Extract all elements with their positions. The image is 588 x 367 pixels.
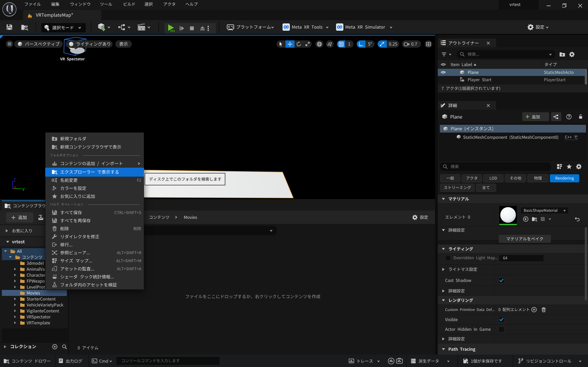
svg-text:X: X: [13, 185, 16, 190]
svg-text:Y: Y: [22, 187, 25, 192]
svg-text:Z: Z: [13, 177, 16, 183]
